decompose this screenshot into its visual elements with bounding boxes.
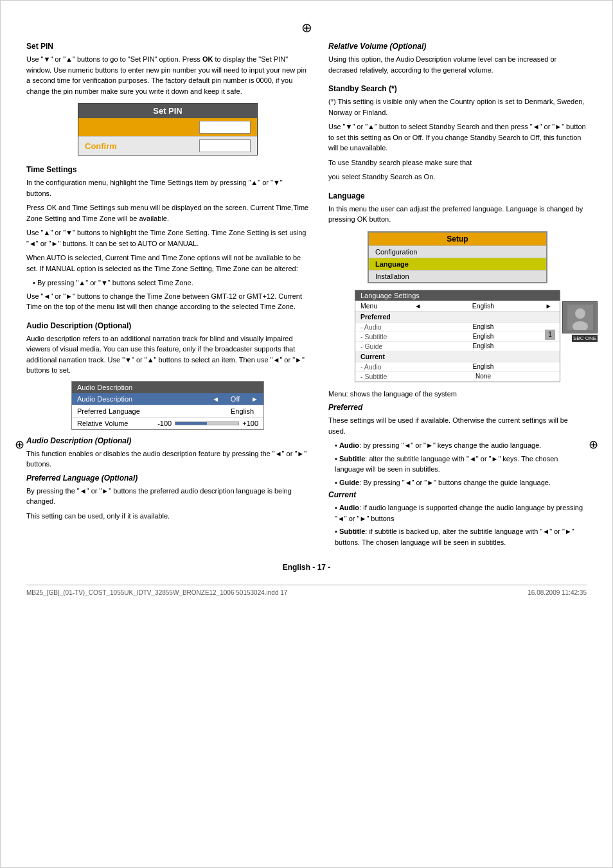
language-section: Language In this menu the user can adjus… (328, 191, 587, 548)
thumbnail (562, 301, 598, 333)
current-audio-label: - Audio (360, 363, 412, 371)
preferred-section-label: Preferred (355, 312, 560, 323)
audio-desc-row1-val: Off (219, 395, 251, 403)
current-audio-val: English (412, 363, 555, 370)
channel-badge: 1 (545, 330, 555, 340)
lang-item-guide: - Guide English (355, 342, 560, 351)
current-bullet-audio: Audio: if audio language is supported ch… (335, 502, 587, 524)
slider-max: +100 (242, 420, 258, 427)
time-settings-para4: When AUTO is selected, Current Time and … (26, 252, 309, 274)
set-pin-box: Set PIN New PIN Confirm (78, 103, 258, 155)
lang-bullet-subtitle: Subtitle: alter the subtitle language wi… (335, 454, 587, 475)
lang-item-audio-val: English (412, 323, 555, 330)
slider-bar[interactable] (175, 421, 239, 425)
time-settings-para5: Use "◄" or "►" buttons to change the Tim… (26, 291, 309, 312)
standby-search-heading: Standby Search (*) (328, 84, 587, 93)
setup-container: Setup Configuration Language Installatio… (328, 231, 587, 382)
audio-desc-section: Audio Description (Optional) Audio descr… (26, 321, 309, 522)
menu-desc: Menu: shows the language of the system (328, 389, 587, 400)
bottom-bar: MB25_[GB]_(01-TV)_COST_1055UK_IDTV_32855… (26, 585, 587, 596)
lang-menu-row: Menu ◄ English ► (355, 301, 560, 312)
standby-search-para4: you select Standby Search as On. (328, 172, 587, 182)
lang-settings-title: Language Settings (355, 290, 560, 301)
current-subtitle-row: - Subtitle None (355, 372, 560, 382)
audio-desc-box: Audio Description Audio Description ◄ Of… (71, 381, 264, 430)
time-settings-heading: Time Settings (26, 165, 309, 174)
bottom-bar-left: MB25_[GB]_(01-TV)_COST_1055UK_IDTV_32855… (26, 589, 287, 596)
audio-desc-row3-label: Relative Volume (77, 420, 157, 427)
right-column: Relative Volume (Optional) Using this op… (328, 42, 587, 556)
setup-item-language: Language (369, 258, 546, 270)
time-settings-para1: In the configuration menu, highlight the… (26, 177, 309, 199)
time-settings-para2: Press OK and Time Settings sub menu will… (26, 202, 309, 224)
audio-desc-right-arrow: ► (251, 395, 258, 403)
standby-search-para3: To use Standby search please make sure t… (328, 157, 587, 168)
slider-min: -100 (157, 420, 172, 427)
svg-point-1 (575, 308, 585, 319)
lang-menu-val: English (423, 302, 542, 310)
current-subtitle-val: None (412, 373, 555, 380)
preferred-desc: These settings will be used if available… (328, 415, 587, 436)
lang-settings-container: Language Settings Menu ◄ English ► Prefe… (355, 290, 560, 382)
setup-item-configuration: Configuration (369, 245, 546, 258)
set-pin-new-pin-row: New PIN (78, 118, 257, 137)
setup-box: Setup Configuration Language Installatio… (368, 231, 547, 283)
preferred-lang-optional-head: Preferred Language (Optional) (26, 474, 309, 483)
standby-search-section: Standby Search (*) (*) This setting is v… (328, 84, 587, 182)
lang-bullet-audio: Audio: by pressing "◄" or "►" keys chang… (335, 440, 587, 451)
audio-desc-left-arrow: ◄ (212, 395, 219, 403)
current-head: Current (328, 490, 587, 499)
current-section-label: Current (355, 351, 560, 362)
audio-desc-row1: Audio Description ◄ Off ► (72, 393, 263, 405)
lang-item-subtitle-label: - Subtitle (360, 333, 412, 341)
left-side-mark: ⊕ (15, 438, 24, 452)
lang-bullet-guide: Guide: By pressing "◄" or "►" buttons ch… (335, 477, 587, 488)
lang-menu-label: Menu (360, 302, 412, 310)
set-pin-new-pin-input[interactable] (199, 121, 251, 134)
audio-desc-optional-head: Audio Description (Optional) (26, 436, 309, 445)
top-center-icon: ⊕ (26, 20, 587, 35)
bottom-bar-right: 16.08.2009 11:42:35 (528, 589, 587, 596)
lang-item-subtitle: - Subtitle English (355, 332, 560, 342)
set-pin-para: Use "▼" or "▲" buttons to go to "Set PIN… (26, 54, 309, 96)
set-pin-confirm-row: Confirm (78, 137, 257, 155)
set-pin-heading: Set PIN (26, 42, 309, 51)
audio-desc-para1: Audio description refers to an additiona… (26, 333, 309, 376)
current-subtitle-label: - Subtitle (360, 373, 412, 380)
audio-desc-row2-label: Preferred Language (77, 407, 226, 415)
language-heading: Language (328, 191, 587, 200)
relative-volume-heading: Relative Volume (Optional) (328, 42, 587, 51)
page: ⊕ Set PIN Use "▼" or "▲" buttons to go t… (0, 0, 613, 868)
audio-desc-heading: Audio Description (Optional) (26, 321, 309, 330)
set-pin-box-title: Set PIN (78, 103, 257, 118)
setup-item-installation: Installation (369, 270, 546, 282)
preferred-lang-para: By pressing the "◄" or "►" buttons the p… (26, 486, 309, 507)
audio-desc-optional-para1: This function enables or disables the au… (26, 448, 309, 470)
standby-search-para1: (*) This setting is visible only when th… (328, 96, 587, 118)
audio-desc-row3: Relative Volume -100 +100 (72, 418, 263, 429)
relative-volume-body: Using this option, the Audio Description… (328, 54, 587, 75)
lang-item-subtitle-val: English (412, 333, 555, 340)
left-column: Set PIN Use "▼" or "▲" buttons to go to … (26, 42, 309, 556)
audio-desc-row2-val: English (226, 407, 258, 415)
lang-item-guide-label: - Guide (360, 342, 412, 350)
lang-menu-right-arrow: ► (543, 302, 555, 310)
time-settings-section: Time Settings In the configuration menu,… (26, 165, 309, 312)
page-number: English - 17 - (26, 563, 587, 572)
language-para1: In this menu the user can adjust the pre… (328, 204, 587, 225)
standby-search-para2: Use "▼" or "▲" button to select Standby … (328, 121, 587, 154)
preferred-head: Preferred (328, 403, 587, 412)
thumbnail-label: SBC ONE (572, 335, 598, 342)
current-audio-row: - Audio English (355, 362, 560, 372)
thumbnail-image (567, 305, 593, 330)
audio-desc-row1-label: Audio Description (77, 395, 212, 403)
current-bullet-subtitle: Subtitle: if subtitle is backed up, alte… (335, 526, 587, 547)
set-pin-confirm-input[interactable] (199, 139, 251, 152)
relative-volume-section: Relative Volume (Optional) Using this op… (328, 42, 587, 75)
set-pin-confirm-label: Confirm (85, 141, 199, 151)
audio-desc-box-title: Audio Description (72, 382, 263, 393)
lang-item-audio-label: - Audio (360, 323, 412, 331)
preferred-lang-para2: This setting can be used, only if it is … (26, 511, 309, 522)
right-side-mark: ⊕ (589, 438, 598, 452)
audio-desc-slider: -100 +100 (157, 420, 258, 427)
